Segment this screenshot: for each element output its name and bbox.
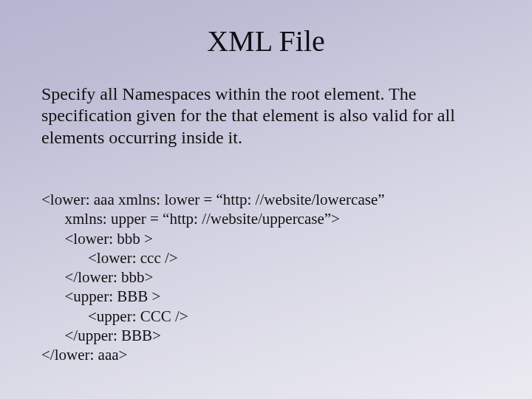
code-line: </upper: BBB> [41,327,161,344]
slide-title: XML File [41,24,491,58]
code-line: <upper: BBB > [41,287,160,305]
code-line: </lower: bbb> [41,268,153,286]
code-line: xmlns: upper = “http: //website/uppercas… [41,210,340,228]
code-block: <lower: aaa xmlns: lower = “http: //webs… [41,171,491,365]
code-line: <lower: aaa xmlns: lower = “http: //webs… [41,191,385,208]
code-line: </lower: aaa> [41,346,127,364]
slide: XML File Specify all Namespaces within t… [0,0,532,399]
code-line: <lower: bbb > [41,230,153,248]
code-line: <upper: CCC /> [41,307,188,325]
description-text: Specify all Namespaces within the root e… [41,83,491,149]
code-line: <lower: ccc /> [41,249,178,267]
